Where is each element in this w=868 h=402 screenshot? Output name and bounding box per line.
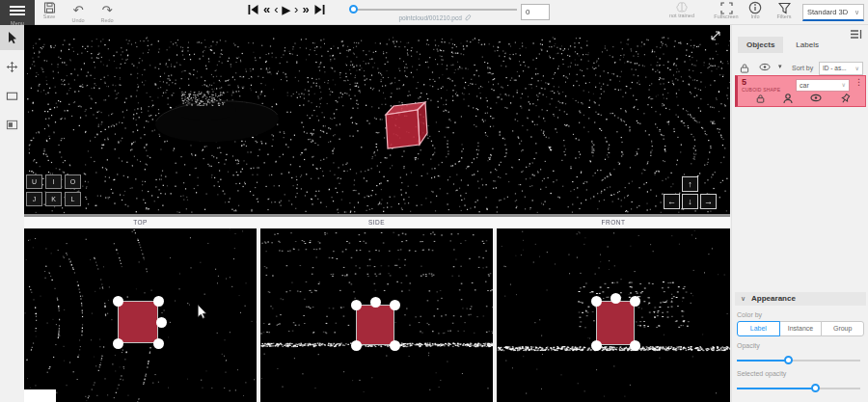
menu-button[interactable]: Menu <box>0 0 35 25</box>
cuboid-annotation-side[interactable] <box>356 305 394 345</box>
resize-handle-nw[interactable] <box>113 296 123 307</box>
color-by-label-option[interactable]: Label <box>737 321 780 336</box>
hotkey-u-button[interactable]: U <box>26 174 42 189</box>
fullscreen-button[interactable]: Fullscreen <box>712 1 741 19</box>
timeline-handle[interactable] <box>349 5 358 13</box>
color-by-instance-option[interactable]: Instance <box>779 321 823 336</box>
chevron-down-icon: ∨ <box>842 80 846 91</box>
resize-handle-se[interactable] <box>153 338 164 349</box>
select-tool-button[interactable] <box>0 25 24 50</box>
play-button[interactable]: ▶ <box>283 2 290 17</box>
camera-nav-arrows: ↑ ← ↓ → <box>664 176 717 210</box>
resize-handle-nw[interactable] <box>591 296 602 307</box>
tab-labels[interactable]: Labels <box>787 37 827 53</box>
color-by-group-option[interactable]: Group <box>821 321 864 336</box>
undo-label: Undo <box>66 17 91 23</box>
filter-chevron-button[interactable]: ▾ <box>778 63 782 70</box>
class-select[interactable]: car ∨ <box>796 79 850 92</box>
ai-model-button[interactable]: not trained <box>665 1 698 18</box>
objects-toolbar: ▾ Sort by ID - as... ∨ <box>738 62 863 76</box>
move-tool-button[interactable] <box>0 54 24 79</box>
resize-handle-se[interactable] <box>390 340 400 351</box>
nav-right-button[interactable]: → <box>700 194 717 209</box>
object-menu-button[interactable]: ⋮ <box>854 78 863 87</box>
object-row-car[interactable]: 5 CUBOID SHAPE car ∨ ⋮ <box>735 75 866 107</box>
hotkey-k-button[interactable]: K <box>45 192 62 206</box>
lock-icon <box>740 63 749 74</box>
object-shape-label: CUBOID SHAPE <box>742 87 780 93</box>
lock-all-button[interactable] <box>740 63 749 74</box>
resize-handle-ne[interactable] <box>153 296 164 307</box>
resize-handle-nw[interactable] <box>351 300 362 310</box>
cursor-icon <box>6 31 18 44</box>
visibility-all-button[interactable] <box>759 63 771 71</box>
info-label: Info <box>743 13 768 19</box>
selected-opacity-slider[interactable] <box>737 384 860 392</box>
rotate-handle[interactable] <box>610 293 621 304</box>
object-pin-button[interactable] <box>840 94 851 104</box>
nav-down-button[interactable]: ↓ <box>682 194 698 209</box>
side-view-label: SIDE <box>260 219 493 226</box>
skip-last-button[interactable] <box>313 3 326 16</box>
resize-handle-sw[interactable] <box>351 340 362 351</box>
pointcloud-canvas-3d[interactable] <box>24 25 730 214</box>
rotate-handle[interactable] <box>370 297 381 308</box>
next-frame-button[interactable]: › <box>294 2 298 17</box>
object-visibility-button[interactable] <box>810 94 822 104</box>
resize-handle-ne[interactable] <box>390 300 400 310</box>
sort-select[interactable]: ID - as... ∨ <box>819 62 863 75</box>
list-panel-icon <box>850 29 862 40</box>
nav-up-button[interactable]: ↑ <box>682 176 698 192</box>
info-button[interactable]: Info <box>743 1 768 19</box>
undo-button[interactable]: ↶ Undo <box>66 1 91 23</box>
tab-objects[interactable]: Objects <box>738 37 783 53</box>
resize-handle-se[interactable] <box>630 340 640 351</box>
timeline-track <box>353 9 517 11</box>
app-root: Menu Save ↶ Undo ↷ Redo « ‹ ▶ › <box>0 0 868 402</box>
class-value: car <box>800 82 809 89</box>
hotkey-i-button[interactable]: I <box>45 174 62 189</box>
redo-button[interactable]: ↷ Redo <box>95 1 120 23</box>
frame-number-input[interactable] <box>521 4 550 20</box>
appearance-header[interactable]: ∨ Appearance <box>735 292 866 306</box>
redo-label: Redo <box>95 17 120 23</box>
prev-frame-button[interactable]: ‹ <box>274 2 278 17</box>
timeline-slider[interactable] <box>353 8 517 12</box>
object-id: 5 <box>742 77 746 87</box>
fast-forward-button[interactable]: » <box>302 2 309 17</box>
hotkey-j-button[interactable]: J <box>26 192 42 206</box>
image-tool-button[interactable] <box>0 112 24 137</box>
view-mode-select[interactable]: Standard 3D ∨ <box>802 4 864 21</box>
cuboid-annotation-front[interactable] <box>596 301 635 345</box>
eye-icon <box>810 94 822 102</box>
hotkey-l-button[interactable]: L <box>65 192 81 206</box>
object-lock-button[interactable] <box>756 94 765 104</box>
hotkey-o-button[interactable]: O <box>65 174 81 189</box>
nav-left-button[interactable]: ← <box>664 194 680 209</box>
opacity-slider-handle[interactable] <box>784 356 793 364</box>
skip-first-button[interactable] <box>247 3 259 16</box>
object-author-button[interactable] <box>783 94 793 104</box>
resize-handle-sw[interactable] <box>113 338 123 349</box>
fast-backward-button[interactable]: « <box>263 2 270 17</box>
lock-icon <box>756 94 765 104</box>
ortho-label-band: TOP SIDE FRONT <box>24 217 730 228</box>
view-overlay-patch <box>24 389 56 402</box>
filters-button[interactable]: Filters <box>772 1 797 19</box>
appearance-title: Appearance <box>751 294 796 303</box>
resize-handle-sw[interactable] <box>591 340 602 351</box>
save-button[interactable]: Save <box>37 1 62 19</box>
panel-tabs: Objects Labels <box>738 37 827 53</box>
expand-view-button[interactable] <box>709 29 722 42</box>
rotate-handle[interactable] <box>156 317 167 328</box>
panel-settings-button[interactable] <box>850 29 862 40</box>
selected-opacity-slider-handle[interactable] <box>811 384 820 392</box>
selected-opacity-label: Selected opacity <box>737 370 866 377</box>
menu-label: Menu <box>0 21 35 26</box>
rectangle-icon <box>6 90 18 102</box>
cuboid-annotation-top[interactable] <box>118 301 158 343</box>
bbox-tool-button[interactable] <box>0 83 24 108</box>
eye-icon <box>759 63 771 71</box>
resize-handle-ne[interactable] <box>630 296 640 307</box>
opacity-slider[interactable] <box>737 356 860 364</box>
